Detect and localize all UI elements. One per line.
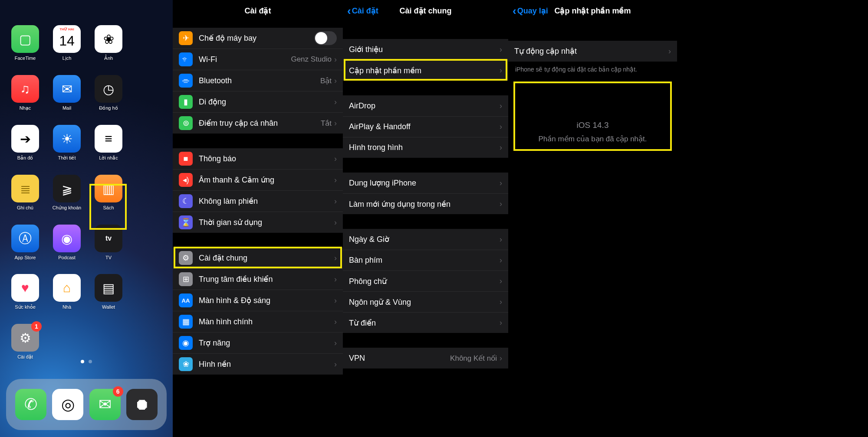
row-label: Bàn phím [349, 256, 500, 265]
chevron-right-icon: › [334, 339, 337, 348]
app-health[interactable]: ♥Sức khỏe [10, 274, 40, 310]
row-ph-ng-ch-[interactable]: Phông chữ› [343, 271, 508, 291]
row-value: Tắt [321, 119, 332, 128]
row-h-nh-trong-h-nh[interactable]: Hình trong hình› [343, 137, 508, 158]
toggle[interactable] [314, 31, 337, 45]
nav-title: Cập nhật phần mềm [555, 6, 631, 16]
app-label: Đồng hồ [99, 105, 118, 111]
row-label: Cài đặt chung [199, 253, 334, 263]
back-button[interactable]: ‹ Quay lại [513, 0, 548, 22]
app-facetime[interactable]: ▢FaceTime [10, 25, 40, 61]
row-label: Dung lượng iPhone [349, 178, 500, 188]
panel-software-update: ‹ Quay lại Cập nhật phần mềm Tự động cập… [508, 0, 677, 437]
app-stocks[interactable]: ⫺Chứng khoán [52, 175, 82, 211]
settings-group: ■Thông báo›◂)Âm thanh & Cảm ứng›☾Không l… [173, 148, 343, 233]
row-cellular[interactable]: ▮Di động› [173, 91, 343, 112]
reminders-icon: ≡ [95, 125, 122, 153]
row-wallpaper[interactable]: ❀Hình nền› [173, 353, 343, 375]
app-maps[interactable]: ➔Bản đồ [10, 125, 40, 161]
chevron-right-icon: › [500, 318, 502, 327]
row-label: Điểm truy cập cá nhân [199, 118, 321, 128]
app-reminders[interactable]: ≡Lời nhắc [94, 125, 123, 161]
row-value: Bật [320, 76, 332, 85]
app-label: Cài đặt [17, 354, 33, 360]
row-value: Genz Studio [291, 55, 332, 64]
app-books[interactable]: ▥Sách [94, 175, 123, 211]
row-accessibility[interactable]: ◉Trợ năng› [173, 332, 343, 353]
chevron-right-icon: › [334, 317, 337, 326]
chevron-right-icon: › [500, 45, 502, 54]
app-label: Sách [103, 205, 114, 210]
app-appstore[interactable]: ⒶApp Store [10, 225, 40, 260]
row-homescreen[interactable]: ▦Màn hình chính› [173, 311, 343, 332]
row-dung-l-ng-iphone[interactable]: Dung lượng iPhone› [343, 173, 508, 193]
ios-version: iOS 14.3 [517, 121, 668, 130]
row-bluetooth[interactable]: ⌯BluetoothBật› [173, 70, 343, 91]
app-label: Ảnh [104, 55, 113, 61]
app-label: TV [105, 255, 112, 260]
app-settings[interactable]: ⚙1Cài đặt [10, 324, 40, 360]
row-label: Wi-Fi [199, 55, 291, 64]
settings-group: Giới thiệu›Cập nhật phần mềm› [343, 39, 508, 81]
app-calendar[interactable]: THỨ HAI14Lịch [52, 25, 82, 61]
accessibility-icon: ◉ [179, 336, 193, 350]
app-notes[interactable]: ≣Ghi chú [10, 175, 40, 211]
nav-title: Cài đặt [244, 6, 271, 16]
row-sounds[interactable]: ◂)Âm thanh & Cảm ứng› [173, 169, 343, 190]
dock-app-phone[interactable]: ✆ [16, 389, 46, 420]
settings-group: Ngày & Giờ›Bàn phím›Phông chữ›Ngôn ngữ &… [343, 229, 508, 333]
app-tv[interactable]: tvTV [94, 225, 123, 260]
app-home[interactable]: ⌂Nhà [52, 274, 82, 310]
row-label: Phông chữ [349, 277, 500, 286]
chevron-right-icon: › [500, 297, 502, 307]
row-airplane[interactable]: ✈Chế độ máy bay [173, 28, 343, 49]
row-general[interactable]: ⚙Cài đặt chung› [173, 248, 343, 268]
row-airplay-handoff[interactable]: AirPlay & Handoff› [343, 116, 508, 137]
phone-icon: ✆ [15, 389, 46, 420]
calendar-icon: THỨ HAI14 [53, 25, 81, 53]
app-wallet[interactable]: ▤Wallet [94, 274, 123, 310]
back-button[interactable]: ‹ Cài đặt [347, 0, 378, 22]
messages-icon: ✉6 [89, 389, 121, 420]
dock-app-messages[interactable]: ✉6 [90, 389, 120, 420]
settings-icon: ⚙1 [11, 324, 39, 352]
row-b-n-ph-m[interactable]: Bàn phím› [343, 250, 508, 271]
row-label: Màn hình chính [199, 317, 334, 326]
row-t-i-n[interactable]: Từ điển› [343, 312, 508, 333]
weather-icon: ☀ [53, 125, 81, 153]
row-c-p-nh-t-ph-n-m-m[interactable]: Cập nhật phần mềm› [343, 60, 508, 81]
chevron-right-icon: › [500, 101, 502, 111]
app-photos[interactable]: ❀Ảnh [94, 25, 123, 61]
app-clock[interactable]: ◷Đồng hồ [94, 75, 123, 111]
row-l-m-m-i-ng-d-ng-trong-n-n[interactable]: Làm mới ứng dụng trong nền› [343, 193, 508, 214]
row-hotspot[interactable]: ⊚Điểm truy cập cá nhânTắt› [173, 112, 343, 134]
update-status: iOS 14.3 Phần mềm của bạn đã cập nhật. [508, 73, 677, 191]
row-wifi[interactable]: ᯤWi-FiGenz Studio› [173, 49, 343, 70]
app-mail[interactable]: ✉Mail [52, 75, 82, 111]
app-music[interactable]: ♫Nhạc [10, 75, 40, 111]
row-gi-i-thi-u[interactable]: Giới thiệu› [343, 39, 508, 60]
dock-app-safari[interactable]: ◎ [53, 389, 82, 420]
row-label: Ngày & Giờ [349, 235, 500, 244]
row-screentime[interactable]: ⌛Thời gian sử dụng› [173, 212, 343, 233]
books-icon: ▥ [95, 175, 122, 202]
row-ng-y-gi-[interactable]: Ngày & Giờ› [343, 229, 508, 250]
page-dot [89, 360, 92, 363]
chevron-right-icon: › [500, 235, 502, 244]
dock-app-camera[interactable]: ⏺ [127, 389, 157, 420]
row-display[interactable]: AAMàn hình & Độ sáng› [173, 290, 343, 311]
row-dnd[interactable]: ☾Không làm phiền› [173, 190, 343, 212]
row-control[interactable]: ⊞Trung tâm điều khiển› [173, 268, 343, 290]
page-indicator[interactable] [0, 360, 173, 363]
row-notifications[interactable]: ■Thông báo› [173, 148, 343, 169]
row-label: AirDrop [349, 101, 500, 111]
row-auto-update[interactable]: Tự động cập nhật › [508, 41, 677, 62]
row-ng-n-ng-v-ng[interactable]: Ngôn ngữ & Vùng› [343, 291, 508, 312]
update-message: Phần mềm của bạn đã cập nhật. [517, 134, 668, 143]
row-airdrop[interactable]: AirDrop› [343, 95, 508, 116]
app-label: Chứng khoán [53, 205, 81, 211]
home-icon: ⌂ [53, 274, 81, 302]
app-podcast[interactable]: ◉Podcast [52, 225, 82, 260]
app-weather[interactable]: ☀Thời tiết [52, 125, 82, 161]
row-vpn[interactable]: VPNKhông Kết nối› [343, 348, 508, 369]
